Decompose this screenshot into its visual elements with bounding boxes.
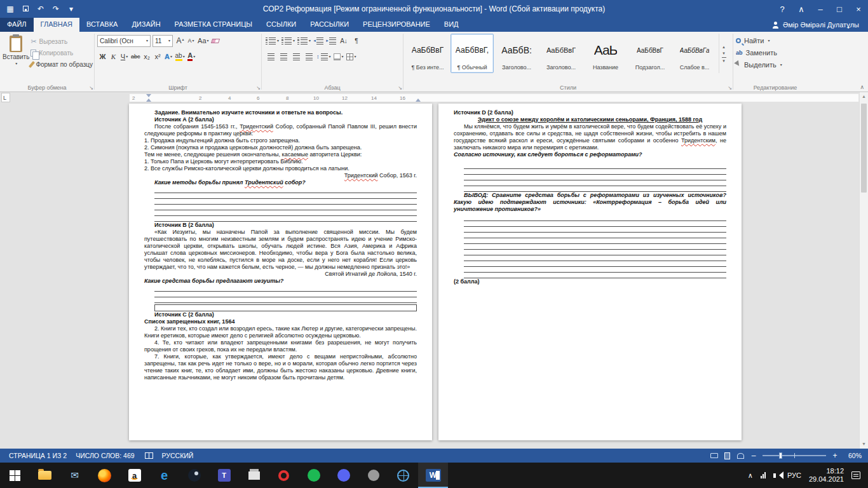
shading-button[interactable] <box>332 50 345 63</box>
taskbar-file-explorer[interactable] <box>30 463 60 488</box>
taskbar-mail[interactable]: ✉ <box>60 463 90 488</box>
font-dialog-launcher[interactable]: ↘ <box>256 86 261 91</box>
taskbar-word[interactable]: W <box>418 463 448 488</box>
style-normal[interactable]: АаБбВвГ,¶ Обычный <box>451 34 494 73</box>
taskbar-discord[interactable] <box>329 463 358 488</box>
decrease-indent-button[interactable] <box>312 34 325 47</box>
zoom-in-button[interactable]: + <box>831 451 839 460</box>
numbering-button[interactable] <box>280 34 296 47</box>
start-button[interactable] <box>0 463 30 488</box>
tab-design[interactable]: ДИЗАЙН <box>125 18 167 32</box>
undo-icon[interactable]: ↶ <box>37 4 44 13</box>
change-case-button[interactable]: Аа <box>196 34 210 47</box>
scrollbar-thumb[interactable] <box>861 104 867 193</box>
zoom-slider[interactable] <box>763 455 826 456</box>
qat-customize-icon[interactable]: ▾ <box>67 4 75 13</box>
zoom-out-button[interactable]: – <box>750 451 757 460</box>
taskbar-globe-app[interactable] <box>388 463 418 488</box>
bullets-button[interactable] <box>264 34 280 47</box>
align-left-button[interactable] <box>264 50 277 63</box>
font-color-button[interactable]: А <box>186 50 197 63</box>
taskbar-opera[interactable] <box>269 463 299 488</box>
font-name-combobox[interactable]: Calibri (Осн <box>97 35 151 47</box>
tab-layout[interactable]: РАЗМЕТКА СТРАНИЦЫ <box>168 18 259 32</box>
font-size-combobox[interactable]: 11 <box>153 35 173 47</box>
paste-dropdown-icon[interactable] <box>15 60 17 67</box>
align-center-button[interactable] <box>277 50 290 63</box>
document-page-1[interactable]: Задание. Внимательно изучите источники и… <box>129 104 432 440</box>
word-count[interactable]: ЧИСЛО СЛОВ: 469 <box>76 452 134 459</box>
align-right-button[interactable] <box>290 50 302 63</box>
tab-view[interactable]: ВИД <box>437 18 466 32</box>
scroll-up-icon[interactable]: ▲ <box>860 92 868 101</box>
increase-indent-button[interactable] <box>325 34 337 47</box>
format-painter-button[interactable]: Формат по образцу <box>29 59 94 70</box>
print-layout-button[interactable] <box>723 452 731 460</box>
proofing-icon[interactable] <box>145 452 153 459</box>
shrink-font-button[interactable]: А <box>186 34 196 47</box>
page-indicator[interactable]: СТРАНИЦА 1 ИЗ 2 <box>9 452 67 459</box>
clipboard-dialog-launcher[interactable]: ↘ <box>89 86 93 91</box>
taskbar-firefox[interactable] <box>90 463 119 488</box>
tab-insert[interactable]: ВСТАВКА <box>79 18 125 32</box>
right-indent-marker[interactable] <box>416 96 421 102</box>
language-indicator[interactable]: РУССКИЙ <box>162 452 194 459</box>
style-subtitle[interactable]: АаБбВвГПодзагол... <box>628 34 672 73</box>
document-page-2[interactable]: Источник D (2 балла) Эдикт о союзе между… <box>438 104 742 440</box>
tab-references[interactable]: ССЫЛКИ <box>259 18 303 32</box>
copy-button[interactable]: Копировать <box>29 48 94 58</box>
superscript-button[interactable]: х² <box>153 50 163 63</box>
subscript-button[interactable]: х₂ <box>142 50 153 63</box>
styles-dialog-launcher[interactable]: ↘ <box>728 86 732 91</box>
clock[interactable]: 18:1229.04.2021 <box>809 467 844 484</box>
web-layout-button[interactable] <box>736 452 745 460</box>
styles-scroll-up-icon[interactable] <box>722 44 725 49</box>
bold-button[interactable]: Ж <box>97 50 108 63</box>
replace-button[interactable]: abЗаменить <box>736 47 815 58</box>
find-button[interactable]: Найти <box>736 35 815 46</box>
style-no-spacing[interactable]: АаБбВвГ¶ Без инте... <box>406 34 449 73</box>
redo-icon[interactable]: ↷ <box>52 4 60 13</box>
justify-button[interactable] <box>302 50 315 63</box>
vertical-scrollbar[interactable]: ▲ ▼ <box>859 92 868 449</box>
tray-expand-icon[interactable]: ∧ <box>748 471 753 480</box>
volume-icon[interactable] <box>773 473 776 478</box>
taskbar-teams[interactable]: T <box>209 463 239 488</box>
language-switcher[interactable]: РУС <box>787 471 801 479</box>
left-indent-marker[interactable] <box>146 96 151 102</box>
tab-file[interactable]: ФАЙЛ <box>0 18 34 32</box>
close-button[interactable]: × <box>849 0 868 18</box>
strikethrough-button[interactable]: abc <box>130 50 142 63</box>
scroll-down-icon[interactable]: ▼ <box>860 440 868 449</box>
tab-mailings[interactable]: РАССЫЛКИ <box>303 18 356 32</box>
zoom-slider-thumb[interactable] <box>779 452 782 459</box>
clear-formatting-button[interactable] <box>210 34 221 47</box>
zoom-level[interactable]: 60% <box>844 452 862 459</box>
highlight-color-button[interactable]: ab <box>174 50 186 63</box>
read-mode-button[interactable] <box>710 452 718 460</box>
style-heading1[interactable]: АаБбВ:Заголово... <box>495 34 538 73</box>
borders-button[interactable] <box>345 50 358 63</box>
restore-button[interactable]: □ <box>830 0 849 18</box>
network-icon[interactable] <box>761 472 766 478</box>
paste-button[interactable]: Вставить <box>3 34 29 82</box>
taskbar-steam[interactable] <box>179 463 209 488</box>
taskbar-amazon[interactable]: a <box>119 463 149 488</box>
tab-stop-selector[interactable]: L <box>1 93 10 102</box>
paragraph-dialog-launcher[interactable]: ↘ <box>398 86 402 91</box>
italic-button[interactable]: К <box>108 50 119 63</box>
multilevel-list-button[interactable] <box>296 34 312 47</box>
taskbar-edge[interactable]: e <box>149 463 179 488</box>
account-name[interactable]: Әмір Әмірәлі Дулатұлы <box>772 18 868 32</box>
sort-button[interactable]: А↓ <box>337 34 350 47</box>
show-formatting-marks-button[interactable]: ¶ <box>350 34 363 47</box>
styles-more-icon[interactable] <box>722 57 726 63</box>
collapse-ribbon-icon[interactable]: ∧ <box>860 84 864 90</box>
taskbar-media-app[interactable] <box>358 463 388 488</box>
ribbon-options-button[interactable]: ∧ <box>792 0 811 18</box>
text-effects-button[interactable]: А <box>163 50 174 63</box>
tab-review[interactable]: РЕЦЕНЗИРОВАНИЕ <box>356 18 437 32</box>
select-button[interactable]: Выделить <box>736 59 815 70</box>
line-spacing-button[interactable] <box>315 50 332 63</box>
save-icon[interactable] <box>22 4 29 13</box>
